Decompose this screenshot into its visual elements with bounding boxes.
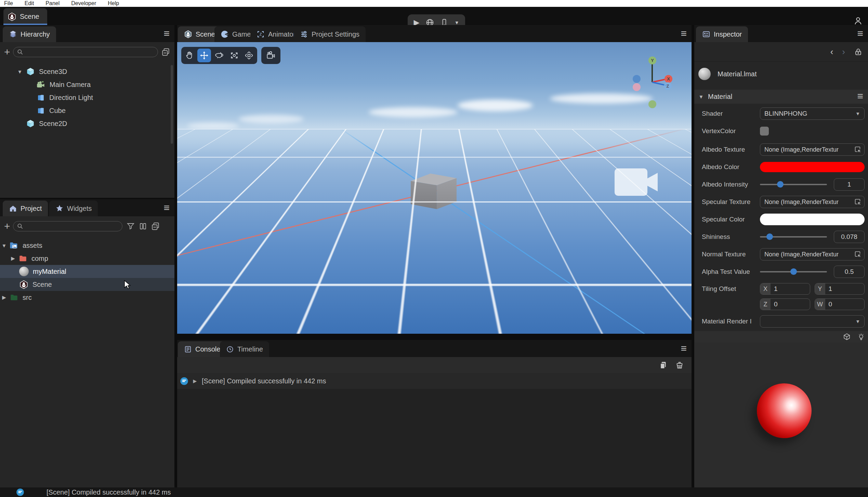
copy-log-icon[interactable] [659, 361, 668, 370]
project-menu-button[interactable]: ≡ [163, 203, 170, 212]
frame-focus-tool[interactable] [227, 49, 241, 62]
collapse-all-icon[interactable] [161, 48, 170, 56]
tab-hierarchy[interactable]: Hierarchy [3, 26, 56, 42]
panel-splitter-left[interactable] [174, 25, 177, 487]
tab-console[interactable]: Console [178, 341, 226, 357]
project-search-input[interactable] [13, 221, 122, 231]
tree-node-cube[interactable]: Cube [0, 104, 174, 117]
material-render-dropdown[interactable]: ▼ [760, 315, 865, 328]
asset-name: Material.lmat [718, 70, 757, 78]
columns-view-icon[interactable] [139, 222, 147, 230]
tree-node-src[interactable]: ▶ src [0, 291, 174, 304]
slider-knob[interactable] [790, 268, 797, 275]
account-button[interactable] [853, 16, 863, 26]
caret-down-icon[interactable]: ▼ [698, 94, 705, 100]
add-node-button[interactable]: + [4, 46, 10, 58]
albedo-color-swatch[interactable] [760, 162, 865, 172]
scene-view-menu-button[interactable]: ≡ [681, 29, 687, 38]
tiling-y-field[interactable]: Y 1 [815, 283, 865, 295]
alpha-test-slider[interactable] [760, 271, 827, 272]
slider-knob[interactable] [766, 233, 773, 240]
asset-picker-icon[interactable] [854, 251, 862, 258]
gizmo-neg-y-ball[interactable] [648, 100, 656, 108]
expand-log-caret[interactable]: ▶ [192, 378, 198, 384]
rect-gizmo-tool[interactable] [242, 49, 256, 62]
panel-splitter-right[interactable] [692, 25, 694, 487]
albedo-texture-field[interactable]: None (Image,RenderTextur [760, 143, 865, 156]
tiling-w-field[interactable]: W 0 [815, 298, 865, 310]
menu-panel[interactable]: Panel [45, 0, 60, 7]
camera-gizmo-sprite[interactable] [615, 167, 659, 197]
caret-down-icon[interactable]: ▼ [16, 69, 23, 75]
menu-help[interactable]: Help [108, 0, 119, 7]
vertexcolor-checkbox[interactable] [760, 127, 769, 136]
shader-dropdown[interactable]: BLINNPHONG ▼ [760, 107, 865, 120]
tree-node-assets[interactable]: ▼ assets [0, 239, 174, 252]
tree-node-scene2d[interactable]: Scene2D [0, 117, 174, 130]
albedo-intensity-value[interactable]: 1 [834, 178, 865, 191]
history-forward-button[interactable]: › [842, 47, 845, 57]
console-log-row[interactable]: ▶ [Scene] Compiled successfully in 442 m… [176, 373, 692, 389]
tiling-z-field[interactable]: Z 0 [760, 298, 810, 310]
tree-node-direction-light[interactable]: Direction Light [0, 91, 174, 104]
scene-viewport[interactable]: Y X Z [177, 42, 692, 334]
tree-node-scene3d[interactable]: ▼ Scene3D [0, 65, 174, 78]
rotate-tool[interactable] [212, 49, 226, 62]
window-tab-scene[interactable]: Scene [3, 8, 47, 25]
inspector-menu-button[interactable]: ≡ [857, 29, 863, 38]
slider-knob[interactable] [777, 181, 784, 188]
hierarchy-scrollbar[interactable] [171, 65, 173, 144]
hierarchy-menu-button[interactable]: ≡ [163, 29, 170, 38]
run-options-caret[interactable]: ▼ [455, 20, 459, 25]
filter-icon[interactable] [127, 222, 135, 230]
pan-hand-tool[interactable] [183, 49, 196, 62]
clear-console-icon[interactable] [675, 361, 684, 370]
tab-project[interactable]: Project [3, 201, 48, 216]
specular-texture-field[interactable]: None (Image,RenderTextur [760, 196, 865, 208]
gizmo-y-ball[interactable]: Y [648, 56, 656, 64]
alpha-test-value[interactable]: 0.5 [834, 266, 865, 278]
normal-texture-field[interactable]: None (Image,RenderTextur [760, 248, 865, 260]
collapse-all-icon[interactable] [151, 222, 160, 231]
move-tool[interactable] [197, 49, 211, 62]
preview-light-bulb-icon[interactable] [857, 333, 865, 341]
gizmo-z-ball[interactable]: Z [664, 82, 672, 90]
console-menu-button[interactable]: ≡ [681, 344, 687, 353]
specular-color-swatch[interactable] [760, 214, 865, 225]
tree-node-main-camera[interactable]: Main Camera [0, 78, 174, 91]
material-menu-button[interactable]: ≡ [857, 92, 863, 101]
add-asset-button[interactable]: + [4, 220, 10, 232]
tree-node-scene-asset[interactable]: Scene [0, 278, 174, 291]
albedo-intensity-slider[interactable] [760, 184, 827, 185]
shininess-slider[interactable] [760, 236, 827, 238]
tab-inspector[interactable]: Inspector [696, 26, 748, 42]
shininess-value[interactable]: 0.078 [834, 231, 865, 243]
cube-object[interactable] [411, 174, 457, 209]
caret-right-icon[interactable]: ▶ [1, 294, 8, 301]
material-section-header[interactable]: ▼ Material ≡ [694, 90, 868, 104]
orientation-gizmo[interactable]: Y X Z [629, 49, 687, 117]
camera-view-button[interactable] [261, 47, 280, 64]
tab-timeline[interactable]: Timeline [220, 341, 269, 357]
tab-widgets[interactable]: Widgets [49, 201, 98, 216]
menu-edit[interactable]: Edit [25, 0, 34, 7]
tree-node-mymaterial[interactable]: myMaterial [0, 265, 174, 278]
gizmo-neg-x-ball[interactable] [633, 75, 641, 83]
hierarchy-search-input[interactable] [13, 47, 158, 57]
gizmo-x-ball[interactable]: X [665, 75, 672, 83]
asset-picker-icon[interactable] [854, 146, 862, 153]
axis-label: Z [667, 84, 669, 89]
preview-shape-cube-icon[interactable] [843, 333, 851, 341]
gizmo-neg-z-ball[interactable] [633, 83, 641, 91]
lock-icon[interactable] [854, 48, 863, 56]
menu-developer[interactable]: Developer [71, 0, 96, 7]
material-preview[interactable] [694, 342, 868, 487]
caret-down-icon[interactable]: ▼ [1, 243, 8, 248]
caret-right-icon[interactable]: ▶ [10, 255, 16, 262]
menu-file[interactable]: File [4, 0, 13, 7]
asset-picker-icon[interactable] [854, 198, 862, 206]
tab-project-settings[interactable]: Project Settings [294, 26, 366, 42]
tree-node-comp[interactable]: ▶ comp [0, 252, 174, 265]
tiling-x-field[interactable]: X 1 [760, 283, 810, 295]
history-back-button[interactable]: ‹ [830, 47, 833, 57]
